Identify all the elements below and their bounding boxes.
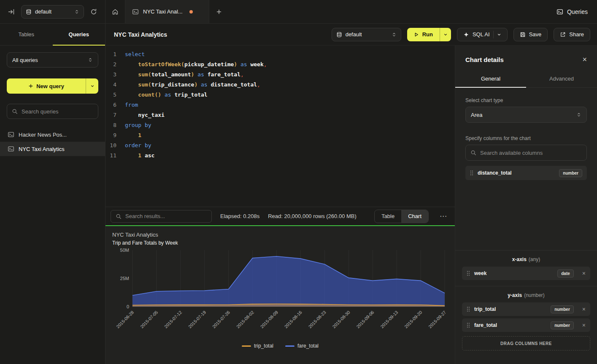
drag-columns-drop-zone[interactable]: DRAG COLUMNS HERE: [462, 336, 590, 351]
x-axis-field-week[interactable]: week date ×: [462, 267, 590, 280]
query-tab-icon: [132, 8, 139, 15]
query-search-input[interactable]: [22, 108, 93, 115]
results-search: [111, 210, 212, 223]
line-number: 4: [105, 80, 125, 90]
chart-type-select[interactable]: Area: [465, 107, 587, 123]
new-query-dropdown[interactable]: [86, 78, 98, 94]
code-line: 2 toStartOfWeek(pickup_datetime) as week…: [105, 59, 455, 70]
database-icon: [336, 32, 342, 38]
line-number: 3: [105, 70, 125, 80]
chart-view-button[interactable]: Chart: [401, 210, 428, 223]
svg-text:2015-08-09: 2015-08-09: [259, 310, 279, 329]
query-header: NYC Taxi Analytics default Run SQL AI: [105, 24, 597, 46]
run-options-dropdown[interactable]: [440, 28, 451, 41]
queries-icon: [556, 8, 563, 15]
axis-configuration: x-axis(any) week date × y-axis(number) t…: [455, 250, 597, 364]
legend-swatch: [285, 345, 294, 347]
y-axis-label: y-axis(number): [462, 292, 590, 298]
field-type-badge: number: [551, 321, 574, 329]
svg-text:2015-08-23: 2015-08-23: [307, 310, 327, 329]
sql-ai-button[interactable]: SQL AI: [457, 28, 508, 41]
code-line: 8group by: [105, 120, 455, 130]
x-axis-block: x-axis(any) week date ×: [455, 251, 597, 286]
tab-advanced[interactable]: Advanced: [526, 70, 597, 87]
query-icon: [8, 131, 14, 138]
sql-editor[interactable]: 1select2 toStartOfWeek(pickup_datetime) …: [105, 46, 455, 207]
y-axis-field-fare-total[interactable]: fare_total number ×: [462, 318, 590, 332]
more-options-button[interactable]: ⋯: [437, 212, 450, 221]
columns-search-input[interactable]: [480, 150, 582, 156]
sidebar-tabs: Tables Queries: [0, 24, 105, 46]
query-item-label: Hacker News Pos...: [19, 132, 67, 138]
drag-handle-icon: [467, 322, 470, 328]
svg-text:2015-09-06: 2015-09-06: [355, 310, 375, 329]
database-selector[interactable]: default: [332, 28, 401, 41]
database-selector[interactable]: default: [21, 5, 84, 19]
home-tab[interactable]: [105, 0, 125, 23]
queries-button[interactable]: Queries: [556, 8, 588, 15]
database-selector-value: default: [35, 8, 51, 15]
svg-text:0: 0: [127, 304, 129, 309]
code-line: 5 count() as trip_total: [105, 90, 455, 100]
share-button[interactable]: Share: [554, 28, 590, 41]
chart-subtitle: Trip and Fare Totals by Week: [112, 240, 448, 246]
sidebar-tab-tables[interactable]: Tables: [0, 24, 53, 45]
run-button[interactable]: Run: [407, 28, 451, 41]
legend-item-trip_total[interactable]: trip_total: [242, 343, 273, 349]
remove-field-button[interactable]: ×: [582, 322, 586, 328]
line-number: 2: [105, 59, 125, 70]
chevron-down-icon: [90, 84, 95, 88]
svg-text:25M: 25M: [120, 276, 129, 281]
search-icon: [12, 108, 18, 114]
drag-handle-icon: [467, 306, 470, 312]
sidebar: Tables Queries All queries New query: [0, 24, 105, 364]
y-axis-field-trip-total[interactable]: trip_total number ×: [462, 302, 590, 316]
field-name: trip_total: [474, 306, 496, 312]
tab-nyc-taxi-analytics[interactable]: NYC Taxi Anal...: [125, 0, 209, 23]
panel-body: Select chart type Area Specify columns f…: [455, 88, 597, 250]
run-label: Run: [422, 31, 433, 38]
query-filter-select[interactable]: All queries: [7, 52, 98, 67]
query-list-item-hacker-news[interactable]: Hacker News Pos...: [0, 127, 105, 142]
line-number: 1: [105, 49, 125, 59]
results-search-input[interactable]: [125, 213, 207, 219]
home-icon: [112, 8, 119, 15]
line-number: 8: [105, 120, 125, 130]
new-query-button[interactable]: New query: [7, 78, 98, 94]
legend-item-fare_total[interactable]: fare_total: [285, 343, 319, 349]
drag-handle-icon: [470, 170, 473, 176]
play-icon: [414, 32, 419, 37]
refresh-button[interactable]: [87, 5, 100, 18]
table-view-button[interactable]: Table: [375, 210, 401, 223]
sidebar-tab-queries[interactable]: Queries: [53, 24, 105, 45]
sidebar-body: All queries New query Hacker News Pos...: [0, 46, 105, 156]
panel-title: Chart details: [465, 56, 504, 63]
available-column-distance-total[interactable]: distance_total number: [465, 166, 587, 180]
database-icon: [26, 9, 32, 15]
close-panel-button[interactable]: ×: [582, 56, 587, 63]
elapsed-time: Elapsed: 0.208s: [220, 213, 259, 219]
panel-header: Chart details ×: [455, 46, 597, 70]
save-button[interactable]: Save: [513, 28, 548, 41]
remove-field-button[interactable]: ×: [582, 270, 586, 276]
remove-field-button[interactable]: ×: [582, 306, 586, 312]
save-label: Save: [529, 31, 542, 38]
save-icon: [520, 32, 526, 38]
collapse-sidebar-button[interactable]: [5, 5, 18, 18]
chart-legend: trip_totalfare_total: [112, 343, 448, 349]
new-tab-button[interactable]: [209, 0, 229, 23]
svg-text:2015-07-19: 2015-07-19: [187, 310, 207, 329]
sparkle-icon: [463, 32, 469, 38]
query-filter-value: All queries: [12, 57, 38, 63]
tab-general[interactable]: General: [455, 70, 526, 87]
svg-text:2015-08-16: 2015-08-16: [283, 310, 303, 329]
chevrons-updown-icon: [576, 112, 581, 117]
svg-text:2015-09-20: 2015-09-20: [403, 310, 423, 329]
collapse-sidebar-icon: [8, 8, 15, 15]
line-number: 9: [105, 130, 125, 140]
line-number: 5: [105, 90, 125, 100]
query-title: NYC Taxi Analytics: [114, 31, 167, 38]
svg-text:2015-08-02: 2015-08-02: [235, 310, 255, 329]
query-list-item-nyc-taxi[interactable]: NYC Taxi Analytics: [0, 142, 105, 156]
sql-ai-label: SQL AI: [473, 31, 490, 38]
